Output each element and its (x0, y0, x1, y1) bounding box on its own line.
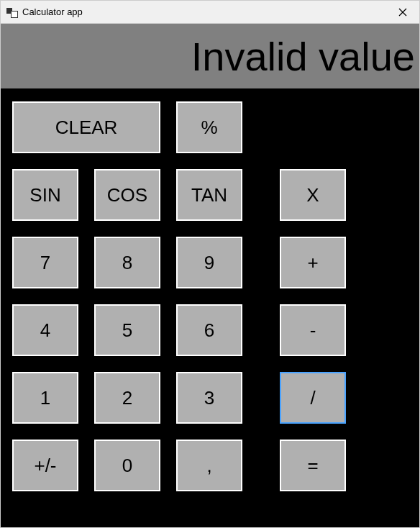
titlebar-left: Calculator app (6, 6, 83, 18)
percent-button[interactable]: % (176, 101, 242, 153)
cos-button[interactable]: COS (94, 169, 160, 221)
client-area: Invalid value CLEAR % SIN COS TAN X 7 8 … (1, 24, 419, 527)
clear-button[interactable]: CLEAR (12, 101, 160, 153)
minus-button[interactable]: - (280, 304, 346, 356)
one-button[interactable]: 1 (12, 372, 78, 424)
keypad: CLEAR % SIN COS TAN X 7 8 9 + 4 5 6 - (1, 88, 419, 527)
eight-button[interactable]: 8 (94, 237, 160, 288)
row-6: +/- 0 , = (12, 440, 408, 491)
row-5: 1 2 3 / (12, 372, 408, 424)
tan-button[interactable]: TAN (176, 169, 242, 221)
five-button[interactable]: 5 (94, 304, 160, 356)
sin-button[interactable]: SIN (12, 169, 78, 221)
close-icon (398, 8, 407, 17)
row-1: CLEAR % (12, 101, 408, 153)
row-3: 7 8 9 + (12, 237, 408, 288)
row-2: SIN COS TAN X (12, 169, 408, 221)
divide-button[interactable]: / (280, 372, 346, 424)
window-title: Calculator app (22, 6, 83, 17)
six-button[interactable]: 6 (176, 304, 242, 356)
comma-button[interactable]: , (176, 440, 242, 491)
plusminus-button[interactable]: +/- (12, 440, 78, 491)
row-4: 4 5 6 - (12, 304, 408, 356)
plus-button[interactable]: + (280, 237, 346, 288)
display-output: Invalid value (1, 24, 419, 88)
zero-button[interactable]: 0 (94, 440, 160, 491)
titlebar[interactable]: Calculator app (1, 1, 419, 24)
three-button[interactable]: 3 (176, 372, 242, 424)
close-button[interactable] (386, 1, 419, 24)
seven-button[interactable]: 7 (12, 237, 78, 288)
two-button[interactable]: 2 (94, 372, 160, 424)
window-frame: Calculator app Invalid value CLEAR % SIN… (0, 0, 420, 528)
multiply-button[interactable]: X (280, 169, 346, 221)
four-button[interactable]: 4 (12, 304, 78, 356)
equals-button[interactable]: = (280, 440, 346, 491)
nine-button[interactable]: 9 (176, 237, 242, 288)
app-icon (6, 6, 18, 18)
